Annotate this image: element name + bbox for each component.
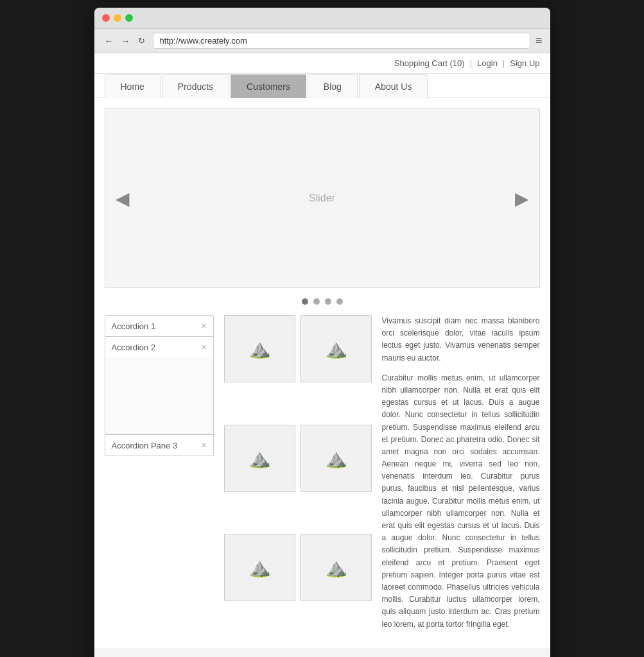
slider-dots <box>94 298 550 305</box>
slider-next-button[interactable]: ▶ <box>515 188 529 209</box>
accordion-item-3[interactable]: Accordion Pane 3 × <box>105 434 214 456</box>
tab-blog[interactable]: Blog <box>308 74 358 98</box>
tab-products[interactable]: Products <box>162 74 229 98</box>
accordion-item-1[interactable]: Accordion 1 × <box>105 315 214 337</box>
accordion-item-3-close[interactable]: × <box>201 440 206 450</box>
top-bar-links: Shopping Cart (10) | Login | Sign Up <box>394 58 540 68</box>
image-1: ⛰️ <box>224 315 295 382</box>
sep1: | <box>470 58 472 68</box>
signup-link[interactable]: Sign Up <box>510 58 539 68</box>
text-para-2: Curabitur mollis metus enim, ut ullamcor… <box>382 372 540 631</box>
image-icon-6: ⛰️ <box>325 557 347 578</box>
accordion-item-3-label: Accordion Pane 3 <box>112 441 178 450</box>
address-bar-row: ← → ↻ ≡ <box>94 29 550 53</box>
tab-customers[interactable]: Customers <box>231 74 306 98</box>
slider-label: Slider <box>309 192 335 204</box>
accordion-item-2[interactable]: Accordion 2 × <box>105 336 214 358</box>
reload-button[interactable]: ↻ <box>135 35 148 47</box>
cart-link[interactable]: Shopping Cart (10) <box>394 58 465 68</box>
accordion-item-2-close[interactable]: × <box>201 342 206 352</box>
slider-prev-button[interactable]: ◀ <box>116 188 130 209</box>
traffic-lights <box>102 14 133 22</box>
image-6: ⛰️ <box>300 534 372 601</box>
image-icon-5: ⛰️ <box>248 557 271 578</box>
image-4: ⛰️ <box>300 425 372 492</box>
nav-buttons: ← → ↻ <box>102 35 148 47</box>
accordion-body <box>105 357 214 434</box>
slider-dot-1[interactable] <box>302 298 308 305</box>
address-input[interactable] <box>153 33 530 49</box>
tab-home[interactable]: Home <box>105 74 161 98</box>
image-icon-2: ⛰️ <box>325 338 347 359</box>
image-5: ⛰️ <box>224 534 295 601</box>
close-button[interactable] <box>102 14 110 22</box>
tab-about[interactable]: About Us <box>359 74 428 98</box>
slider-dot-4[interactable] <box>336 298 343 305</box>
accordion-item-1-label: Accordion 1 <box>112 321 156 331</box>
minimize-button[interactable] <box>114 14 121 22</box>
image-icon-4: ⛰️ <box>325 448 347 469</box>
slider-dot-3[interactable] <box>325 298 331 305</box>
slider-dot-2[interactable] <box>313 298 320 305</box>
accordion-item-1-close[interactable]: × <box>201 321 206 331</box>
sep2: | <box>503 58 505 68</box>
image-grid: ⛰️ ⛰️ ⛰️ ⛰️ ⛰️ ⛰️ <box>224 315 372 638</box>
login-link[interactable]: Login <box>477 58 498 68</box>
top-bar: Shopping Cart (10) | Login | Sign Up <box>94 53 550 74</box>
image-2: ⛰️ <box>300 315 372 382</box>
forward-button[interactable]: → <box>119 35 133 47</box>
main-content: Accordion 1 × Accordion 2 × Accordion Pa… <box>94 315 550 649</box>
text-content: Vivamus suscipit diam nec massa blaniber… <box>382 315 540 638</box>
browser-window: ← → ↻ ≡ Shopping Cart (10) | Login | Sig… <box>94 8 550 657</box>
image-icon-1: ⛰️ <box>248 338 271 359</box>
slider: ◀ Slider ▶ <box>105 108 540 288</box>
browser-menu-icon[interactable]: ≡ <box>535 34 543 47</box>
accordion-panel: Accordion 1 × Accordion 2 × Accordion Pa… <box>105 315 214 638</box>
title-bar <box>94 8 550 29</box>
accordion-item-2-label: Accordion 2 <box>112 343 156 352</box>
page-content: Shopping Cart (10) | Login | Sign Up Hom… <box>94 53 550 657</box>
maximize-button[interactable] <box>125 14 133 22</box>
nav-tabs: Home Products Customers Blog About Us <box>94 74 550 98</box>
back-button[interactable]: ← <box>102 35 116 47</box>
footer: Footer <box>94 649 550 657</box>
image-3: ⛰️ <box>224 425 295 492</box>
image-icon-3: ⛰️ <box>248 448 271 469</box>
text-para-1: Vivamus suscipit diam nec massa blaniber… <box>382 315 540 364</box>
